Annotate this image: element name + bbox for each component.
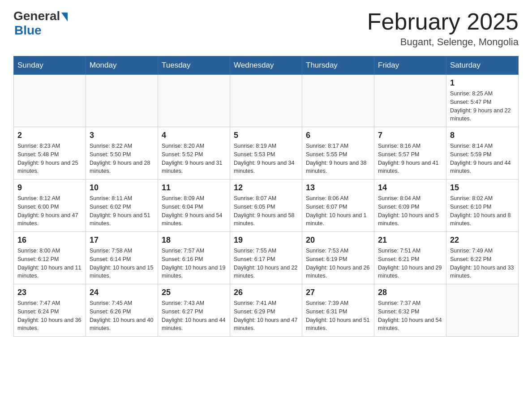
day-info: Sunrise: 8:16 AMSunset: 5:57 PMDaylight:… [378,142,442,176]
day-info: Sunrise: 8:17 AMSunset: 5:55 PMDaylight:… [306,142,370,176]
day-info: Sunrise: 8:14 AMSunset: 5:59 PMDaylight:… [450,142,515,176]
calendar-cell: 10Sunrise: 8:11 AMSunset: 6:02 PMDayligh… [86,180,158,232]
day-number: 6 [306,131,370,140]
page-header: General Blue February 2025 Bugant, Selen… [13,9,519,48]
day-info: Sunrise: 7:47 AMSunset: 6:24 PMDaylight:… [17,299,82,333]
day-number: 19 [234,235,298,245]
day-number: 20 [306,235,370,245]
day-info: Sunrise: 8:23 AMSunset: 5:48 PMDaylight:… [17,142,82,176]
day-info: Sunrise: 8:04 AMSunset: 6:09 PMDaylight:… [378,194,442,228]
day-info: Sunrise: 8:22 AMSunset: 5:50 PMDaylight:… [90,142,154,176]
day-info: Sunrise: 8:07 AMSunset: 6:05 PMDaylight:… [234,194,298,228]
day-number: 28 [378,288,442,297]
day-number: 9 [17,183,82,193]
day-info: Sunrise: 7:58 AMSunset: 6:14 PMDaylight:… [90,247,154,280]
day-number: 26 [234,288,298,297]
day-number: 7 [378,131,442,140]
day-info: Sunrise: 7:51 AMSunset: 6:21 PMDaylight:… [378,247,442,280]
day-info: Sunrise: 8:20 AMSunset: 5:52 PMDaylight:… [162,142,226,176]
day-info: Sunrise: 7:53 AMSunset: 6:19 PMDaylight:… [306,247,370,280]
day-number: 24 [90,288,154,297]
day-info: Sunrise: 7:49 AMSunset: 6:22 PMDaylight:… [450,247,515,280]
weekday-header-wednesday: Wednesday [230,56,302,75]
day-info: Sunrise: 8:11 AMSunset: 6:02 PMDaylight:… [90,194,154,228]
calendar-cell: 8Sunrise: 8:14 AMSunset: 5:59 PMDaylight… [446,127,519,180]
day-number: 25 [162,288,226,297]
calendar-cell: 21Sunrise: 7:51 AMSunset: 6:21 PMDayligh… [374,232,446,284]
calendar-cell: 11Sunrise: 8:09 AMSunset: 6:04 PMDayligh… [158,180,230,232]
week-row-1: 1Sunrise: 8:25 AMSunset: 5:47 PMDaylight… [14,75,519,127]
calendar-cell: 28Sunrise: 7:37 AMSunset: 6:32 PMDayligh… [374,284,446,337]
calendar-cell: 17Sunrise: 7:58 AMSunset: 6:14 PMDayligh… [86,232,158,284]
day-number: 3 [90,131,154,140]
day-number: 16 [17,235,82,245]
calendar-cell [158,75,230,127]
calendar-cell: 20Sunrise: 7:53 AMSunset: 6:19 PMDayligh… [302,232,374,284]
calendar-cell [230,75,302,127]
day-info: Sunrise: 8:25 AMSunset: 5:47 PMDaylight:… [450,90,515,123]
day-number: 22 [450,235,515,245]
logo: General Blue [13,9,68,38]
logo-general-text: General [13,9,60,23]
calendar-cell: 23Sunrise: 7:47 AMSunset: 6:24 PMDayligh… [14,284,86,337]
calendar-cell [302,75,374,127]
day-info: Sunrise: 7:41 AMSunset: 6:29 PMDaylight:… [234,299,298,333]
calendar-cell: 4Sunrise: 8:20 AMSunset: 5:52 PMDaylight… [158,127,230,180]
day-info: Sunrise: 8:06 AMSunset: 6:07 PMDaylight:… [306,194,370,228]
day-number: 11 [162,183,226,193]
logo-arrow-icon [61,13,68,21]
day-number: 10 [90,183,154,193]
weekday-header-sunday: Sunday [14,56,86,75]
day-info: Sunrise: 7:39 AMSunset: 6:31 PMDaylight:… [306,299,370,333]
weekday-header-tuesday: Tuesday [158,56,230,75]
day-number: 17 [90,235,154,245]
calendar-cell: 16Sunrise: 8:00 AMSunset: 6:12 PMDayligh… [14,232,86,284]
week-row-4: 16Sunrise: 8:00 AMSunset: 6:12 PMDayligh… [14,232,519,284]
calendar-cell: 22Sunrise: 7:49 AMSunset: 6:22 PMDayligh… [446,232,519,284]
calendar-cell: 15Sunrise: 8:02 AMSunset: 6:10 PMDayligh… [446,180,519,232]
day-number: 5 [234,131,298,140]
calendar-cell [374,75,446,127]
calendar-cell: 5Sunrise: 8:19 AMSunset: 5:53 PMDaylight… [230,127,302,180]
calendar-cell: 27Sunrise: 7:39 AMSunset: 6:31 PMDayligh… [302,284,374,337]
calendar-cell: 26Sunrise: 7:41 AMSunset: 6:29 PMDayligh… [230,284,302,337]
day-number: 21 [378,235,442,245]
day-number: 18 [162,235,226,245]
week-row-5: 23Sunrise: 7:47 AMSunset: 6:24 PMDayligh… [14,284,519,337]
day-number: 27 [306,288,370,297]
calendar-cell [86,75,158,127]
day-info: Sunrise: 7:37 AMSunset: 6:32 PMDaylight:… [378,299,442,333]
month-title: February 2025 [367,9,519,34]
day-number: 8 [450,131,515,140]
day-number: 13 [306,183,370,193]
calendar-cell: 18Sunrise: 7:57 AMSunset: 6:16 PMDayligh… [158,232,230,284]
week-row-3: 9Sunrise: 8:12 AMSunset: 6:00 PMDaylight… [14,180,519,232]
day-number: 14 [378,183,442,193]
day-info: Sunrise: 8:19 AMSunset: 5:53 PMDaylight:… [234,142,298,176]
calendar-cell: 14Sunrise: 8:04 AMSunset: 6:09 PMDayligh… [374,180,446,232]
day-number: 4 [162,131,226,140]
weekday-header-friday: Friday [374,56,446,75]
calendar-cell: 3Sunrise: 8:22 AMSunset: 5:50 PMDaylight… [86,127,158,180]
calendar-cell: 1Sunrise: 8:25 AMSunset: 5:47 PMDaylight… [446,75,519,127]
day-info: Sunrise: 8:09 AMSunset: 6:04 PMDaylight:… [162,194,226,228]
location: Bugant, Selenge, Mongolia [367,36,519,48]
day-number: 2 [17,131,82,140]
calendar-cell: 12Sunrise: 8:07 AMSunset: 6:05 PMDayligh… [230,180,302,232]
calendar-cell [14,75,86,127]
calendar-cell: 6Sunrise: 8:17 AMSunset: 5:55 PMDaylight… [302,127,374,180]
title-block: February 2025 Bugant, Selenge, Mongolia [367,9,519,48]
calendar-table: SundayMondayTuesdayWednesdayThursdayFrid… [13,56,519,337]
calendar-cell: 9Sunrise: 8:12 AMSunset: 6:00 PMDaylight… [14,180,86,232]
calendar-cell: 7Sunrise: 8:16 AMSunset: 5:57 PMDaylight… [374,127,446,180]
calendar-cell [446,284,519,337]
day-info: Sunrise: 8:00 AMSunset: 6:12 PMDaylight:… [17,247,82,280]
day-info: Sunrise: 7:55 AMSunset: 6:17 PMDaylight:… [234,247,298,280]
day-number: 15 [450,183,515,193]
calendar-cell: 25Sunrise: 7:43 AMSunset: 6:27 PMDayligh… [158,284,230,337]
calendar-cell: 19Sunrise: 7:55 AMSunset: 6:17 PMDayligh… [230,232,302,284]
logo-blue-text: Blue [14,23,42,38]
day-number: 12 [234,183,298,193]
weekday-header-monday: Monday [86,56,158,75]
weekday-header-row: SundayMondayTuesdayWednesdayThursdayFrid… [14,56,519,75]
